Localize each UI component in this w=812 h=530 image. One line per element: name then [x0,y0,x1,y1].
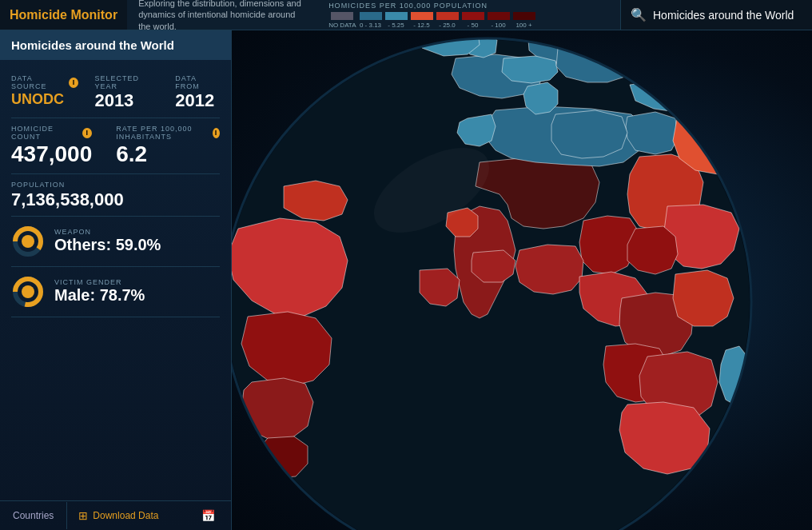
legend-100plus: 100 + [513,12,535,29]
calendar-icon[interactable]: 📅 [201,509,223,522]
population-label: POPULATION [11,181,220,189]
globe-svg [232,30,812,530]
legend-no-data: NO DATA [328,12,356,29]
download-label: Download Data [93,510,158,521]
population-value: 7,136,538,000 [11,189,124,209]
sidebar: Homicides around the World DATA SOURCE i… [0,30,232,530]
gender-value: Male: 78.7% [54,286,145,305]
legend-area: HOMICIDES PER 100,000 POPULATION NO DATA… [319,0,620,30]
legend-tick-525: - 5.25 [388,22,404,29]
gender-info-icon[interactable]: i [22,285,34,298]
table-icon: ⊞ [78,509,88,522]
datafrom-value: 2012 [175,90,220,111]
datasource-col: DATA SOURCE i UNODC [11,74,78,111]
rate-info-icon[interactable]: i [213,128,220,138]
gender-label: VICTIM GENDER [54,278,145,286]
count-rate-row: HOMICIDE COUNT i 437,000 RATE PER 100,00… [11,118,220,174]
datasource-row: DATA SOURCE i UNODC SELECTED YEAR 2013 D… [11,68,220,118]
legend-100: - 100 [488,12,510,29]
gender-donut: i [11,275,45,309]
legend-0-313: 0 - 3.13 [360,12,382,29]
legend-50: - 50 [462,12,484,29]
year-value: 2013 [94,90,159,111]
legend-scale: NO DATA 0 - 3.13 - 5.25 - 12.5 - 25.0 - … [328,12,611,29]
datafrom-label: DATA FROM [175,74,220,90]
gender-info: VICTIM GENDER Male: 78.7% [54,278,145,305]
legend-color-250 [436,12,459,20]
download-button[interactable]: ⊞ Download Data [67,501,169,530]
brand-title: Homicide Monitor [10,8,117,22]
bottom-bar: Countries ⊞ Download Data 📅 [0,500,231,530]
legend-color-125 [411,12,433,20]
legend-color-nodata [331,12,353,20]
legend-tick-nodata: NO DATA [328,22,356,29]
countries-button[interactable]: Countries [0,502,67,529]
datasource-label: DATA SOURCE i [11,74,78,90]
legend-tick-100: - 100 [491,22,505,29]
datasource-info-icon[interactable]: i [69,78,78,88]
legend-tick-50: - 50 [468,22,479,29]
app-subtitle: Exploring the distribution, dimensions a… [127,0,319,32]
search-icon: 🔍 [631,7,647,22]
legend-color-100 [488,12,510,20]
rate-value: 6.2 [116,142,220,167]
stats-grid: DATA SOURCE i UNODC SELECTED YEAR 2013 D… [0,60,231,325]
datafrom-col: DATA FROM 2012 [175,74,220,111]
search-title: Homicides around the World [653,9,794,22]
countries-label: Countries [13,510,54,521]
count-value: 437,000 [11,142,92,167]
legend-tick-0-313: 0 - 3.13 [360,22,381,29]
search-area[interactable]: 🔍 Homicides around the World [620,0,812,30]
datasource-value: UNODC [11,92,78,108]
legend-tick-100plus: 100 + [515,22,531,29]
count-info-icon[interactable]: i [82,128,92,138]
rate-col: RATE PER 100,000 INHABITANTS i 6.2 [116,125,220,167]
map-area[interactable] [232,30,812,530]
calendar-area: 📅 [201,508,231,523]
year-col: SELECTED YEAR 2013 [94,74,159,111]
weapon-donut: i [11,225,45,258]
weapon-info: WEAPON Others: 59.0% [54,228,161,254]
rate-label: RATE PER 100,000 INHABITANTS i [116,125,220,141]
weapon-label: WEAPON [54,228,161,236]
legend-label: HOMICIDES PER 100,000 POPULATION [328,2,611,10]
legend-125: - 12.5 [411,12,433,29]
weapon-info-icon[interactable]: i [22,235,34,248]
weapon-value: Others: 59.0% [54,236,161,254]
legend-color-100plus [513,12,535,20]
legend-color-50 [462,12,484,20]
legend-525: - 5.25 [385,12,408,29]
count-col: HOMICIDE COUNT i 437,000 [11,125,92,167]
year-label: SELECTED YEAR [94,74,159,90]
legend-250: - 25.0 [436,12,459,29]
gender-row: i VICTIM GENDER Male: 78.7% [11,267,220,317]
brand-area: Homicide Monitor [0,0,127,30]
count-rate-inline: HOMICIDE COUNT i 437,000 RATE PER 100,00… [11,125,220,167]
legend-color-0-313 [360,12,382,20]
weapon-row: i WEAPON Others: 59.0% [11,217,220,267]
sidebar-title: Homicides around the World [0,30,231,60]
count-label: HOMICIDE COUNT i [11,125,92,141]
main-layout: Homicides around the World DATA SOURCE i… [0,30,812,530]
legend-tick-250: - 25.0 [439,22,455,29]
datasource-inline: DATA SOURCE i UNODC SELECTED YEAR 2013 D… [11,74,220,111]
population-row: POPULATION 7,136,538,000 [11,174,220,217]
app-header: Homicide Monitor Exploring the distribut… [0,0,812,30]
legend-color-525 [385,12,408,20]
legend-tick-125: - 12.5 [413,22,429,29]
